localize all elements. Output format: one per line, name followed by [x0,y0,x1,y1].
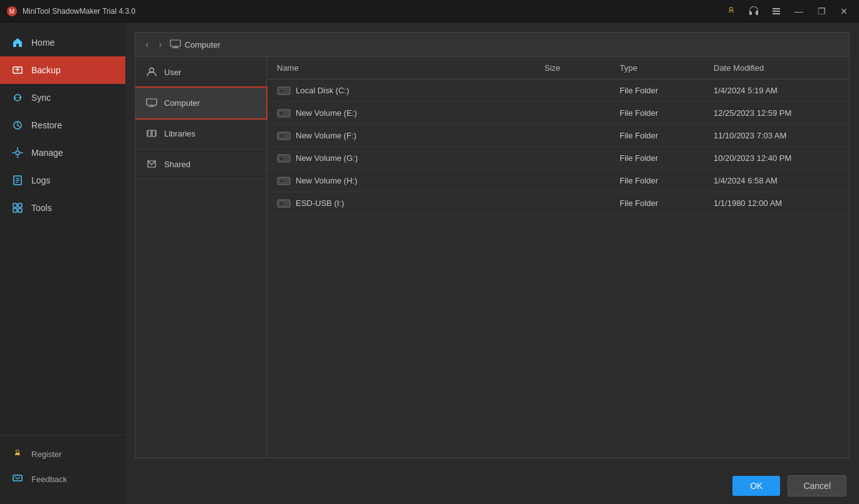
header-date[interactable]: Date Modified [714,63,839,73]
left-panel-computer[interactable]: Computer [135,88,266,118]
register-footer-icon [11,448,24,460]
address-path: Computer [170,39,221,50]
headphone-icon-btn[interactable] [745,3,763,20]
restore-button[interactable]: ❐ [813,3,830,20]
svg-rect-15 [18,208,22,212]
title-bar-controls: — ❐ ✕ [722,3,853,20]
sidebar-item-home[interactable]: Home [0,29,125,56]
left-panel-libraries[interactable]: Libraries [135,118,266,149]
restore-icon [11,119,24,131]
svg-rect-13 [18,203,22,207]
header-type[interactable]: Type [620,63,714,73]
svg-text:M: M [9,8,14,15]
left-panel-user[interactable]: User [135,57,266,88]
sidebar-item-manage[interactable]: Manage [0,139,125,167]
sidebar-nav: Home Backup Sync Restore [0,29,125,435]
drive-icon [277,86,291,95]
home-icon [11,36,24,49]
left-panel: User Computer Libraries [135,57,267,458]
svg-rect-4 [773,13,780,14]
shared-icon [145,158,158,170]
svg-rect-21 [147,99,157,105]
forward-button[interactable]: › [156,38,164,51]
file-type: File Folder [620,176,714,185]
app-title: MiniTool ShadowMaker Trial 4.3.0 [23,7,135,16]
backup-icon [11,64,24,76]
sidebar-item-feedback[interactable]: Feedback [0,466,125,491]
logs-icon [11,174,24,187]
header-name[interactable]: Name [277,63,544,73]
sync-icon [11,91,24,104]
file-date: 1/4/2024 5:19 AM [714,86,839,95]
sidebar-footer: Register Feedback [0,435,125,504]
minimize-button[interactable]: — [790,3,808,20]
libraries-icon [145,127,158,140]
svg-rect-14 [13,208,17,212]
bottom-bar: OK Cancel [125,468,859,504]
svg-rect-40 [279,179,284,183]
svg-rect-17 [170,40,180,46]
back-button[interactable]: ‹ [143,38,151,51]
svg-rect-37 [279,157,284,160]
register-icon-btn[interactable] [722,3,740,20]
feedback-icon [11,473,24,485]
file-type: File Folder [620,153,714,163]
app-icon: M [6,6,18,17]
menu-icon-btn[interactable] [768,3,785,20]
file-type: File Folder [620,131,714,140]
table-row[interactable]: New Volume (E:) File Folder 12/25/2023 1… [267,102,849,125]
manage-icon [11,147,24,159]
main-layout: Home Backup Sync Restore [0,23,859,504]
table-row[interactable]: New Volume (H:) File Folder 1/4/2024 6:5… [267,170,849,192]
sidebar: Home Backup Sync Restore [0,23,125,504]
svg-rect-22 [150,105,154,106]
sidebar-item-restore[interactable]: Restore [0,111,125,139]
ok-button[interactable]: OK [732,476,780,496]
sidebar-item-sync[interactable]: Sync [0,84,125,111]
svg-rect-16 [13,475,22,481]
address-path-text: Computer [185,40,221,49]
svg-rect-43 [279,202,284,205]
file-name-cell: New Volume (E:) [277,108,544,118]
file-type: File Folder [620,86,714,95]
file-browser: ‹ › Computer User [135,32,850,458]
file-type: File Folder [620,108,714,118]
drive-icon [277,154,291,163]
svg-rect-24 [147,130,148,136]
user-icon [145,66,158,78]
drive-icon [277,131,291,140]
sidebar-item-register[interactable]: Register [0,441,125,466]
svg-rect-18 [173,46,178,48]
sidebar-item-backup[interactable]: Backup [0,56,125,84]
table-row[interactable]: New Volume (G:) File Folder 10/20/2023 1… [267,147,849,170]
svg-rect-12 [13,203,17,207]
file-name-cell: New Volume (H:) [277,176,544,185]
title-bar-left: M MiniTool ShadowMaker Trial 4.3.0 [6,6,135,17]
svg-rect-2 [773,8,780,9]
sidebar-item-tools[interactable]: Tools [0,194,125,222]
close-button[interactable]: ✕ [835,3,853,20]
computer-icon [170,39,181,50]
computer-sidebar-icon [145,96,158,109]
file-name-cell: Local Disk (C:) [277,86,544,95]
right-panel[interactable]: Name Size Type Date Modified Local Disk … [267,57,849,458]
file-name-cell: New Volume (F:) [277,131,544,140]
drive-icon [277,177,291,185]
svg-rect-25 [155,130,157,136]
table-row[interactable]: New Volume (F:) File Folder 11/10/2023 7… [267,125,849,147]
svg-rect-34 [279,134,284,138]
svg-rect-31 [279,111,284,115]
drive-icon [277,199,291,208]
file-date: 12/25/2023 12:59 PM [714,108,839,118]
left-panel-shared[interactable]: Shared [135,149,266,180]
file-date: 11/10/2023 7:03 AM [714,131,839,140]
table-row[interactable]: Local Disk (C:) File Folder 1/4/2024 5:1… [267,80,849,102]
file-type: File Folder [620,198,714,208]
svg-point-7 [16,151,19,155]
header-size[interactable]: Size [544,63,620,73]
cancel-button[interactable]: Cancel [788,475,846,496]
table-row[interactable]: ESD-USB (I:) File Folder 1/1/1980 12:00 … [267,192,849,215]
tools-icon [11,202,24,214]
sidebar-item-logs[interactable]: Logs [0,167,125,194]
file-list-header: Name Size Type Date Modified [267,57,849,80]
